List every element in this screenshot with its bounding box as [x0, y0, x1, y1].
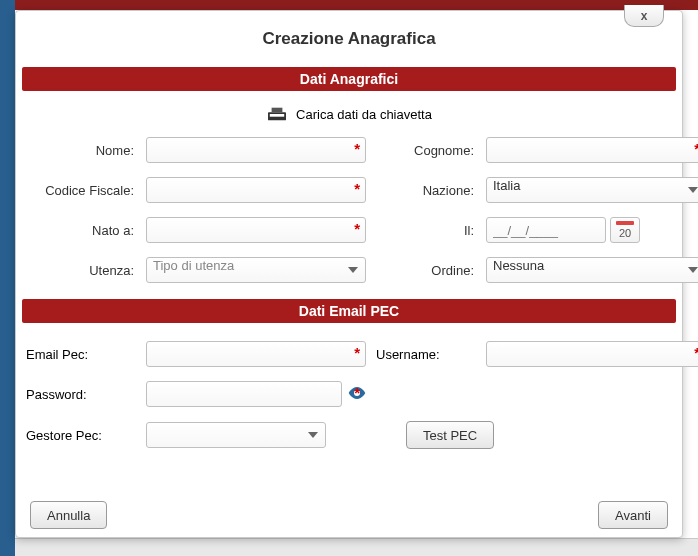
nazione-select[interactable]: Italia [486, 177, 698, 203]
password-input[interactable] [146, 381, 342, 407]
dialog-title: Creazione Anagrafica [16, 11, 682, 63]
label-email-pec: Email Pec: [26, 347, 136, 362]
close-button[interactable]: x [624, 5, 664, 27]
section-header-pec: Dati Email PEC [22, 299, 676, 323]
background-left-strip [0, 0, 15, 556]
label-cognome: Cognome: [376, 143, 476, 158]
label-utenza: Utenza: [26, 263, 136, 278]
nato-a-input[interactable] [146, 217, 366, 243]
avanti-button[interactable]: Avanti [598, 501, 668, 529]
label-il: Il: [376, 223, 476, 238]
pec-form: Email Pec: * Username: * Password: * Ges… [16, 327, 682, 449]
background-top-bar [0, 0, 698, 10]
email-pec-input[interactable] [146, 341, 366, 367]
svg-rect-1 [272, 108, 283, 113]
card-reader-icon [266, 105, 288, 123]
il-date-input[interactable] [486, 217, 606, 243]
anagrafici-form: Nome: * Cognome: * Codice Fiscale: * Naz… [16, 137, 682, 283]
background-bottom-strip [15, 538, 698, 556]
test-pec-button[interactable]: Test PEC [406, 421, 494, 449]
label-nato-a: Nato a: [26, 223, 136, 238]
label-password: Password: [26, 387, 136, 402]
svg-rect-2 [270, 114, 284, 117]
show-password-icon[interactable] [348, 386, 366, 403]
label-gestore-pec: Gestore Pec: [26, 428, 136, 443]
dialog-footer: Annulla Avanti [16, 493, 682, 537]
username-input[interactable] [486, 341, 698, 367]
cognome-input[interactable] [486, 137, 698, 163]
load-from-card-label: Carica dati da chiavetta [296, 107, 432, 122]
ordine-select[interactable]: Nessuna [486, 257, 698, 283]
section-header-anagrafici: Dati Anagrafici [22, 67, 676, 91]
label-codice-fiscale: Codice Fiscale: [26, 183, 136, 198]
label-username: Username: [376, 347, 476, 362]
nome-input[interactable] [146, 137, 366, 163]
calendar-icon: 20 [619, 227, 631, 239]
label-nome: Nome: [26, 143, 136, 158]
label-nazione: Nazione: [376, 183, 476, 198]
calendar-button[interactable]: 20 [610, 217, 640, 243]
svg-point-3 [356, 391, 359, 394]
close-icon: x [641, 9, 648, 23]
utenza-select[interactable]: Tipo di utenza [146, 257, 366, 283]
codice-fiscale-input[interactable] [146, 177, 366, 203]
annulla-button[interactable]: Annulla [30, 501, 107, 529]
dialog-creazione-anagrafica: x Creazione Anagrafica Dati Anagrafici C… [15, 10, 683, 538]
gestore-pec-select[interactable] [146, 422, 326, 448]
load-from-card-button[interactable]: Carica dati da chiavetta [16, 95, 682, 137]
label-ordine: Ordine: [376, 263, 476, 278]
